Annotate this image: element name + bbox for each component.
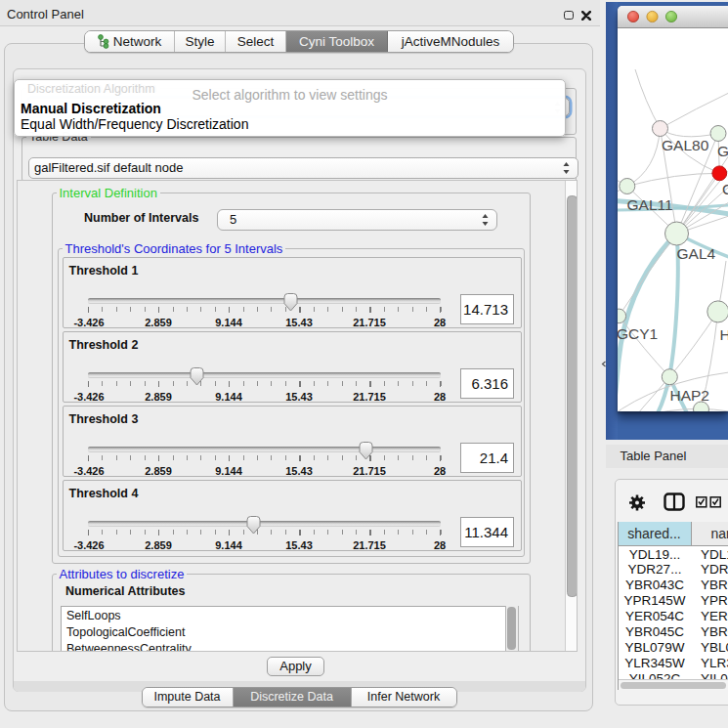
svg-text:HAP2: HAP2 bbox=[669, 386, 709, 403]
svg-text:GAL80: GAL80 bbox=[662, 136, 709, 152]
svg-text:GA: GA bbox=[717, 143, 728, 159]
svg-text:C: C bbox=[722, 181, 728, 197]
svg-text:GCY1: GCY1 bbox=[618, 324, 658, 341]
svg-text:H: H bbox=[719, 326, 728, 343]
svg-text:GAL4: GAL4 bbox=[676, 245, 715, 262]
svg-text:GAL11: GAL11 bbox=[626, 195, 672, 212]
